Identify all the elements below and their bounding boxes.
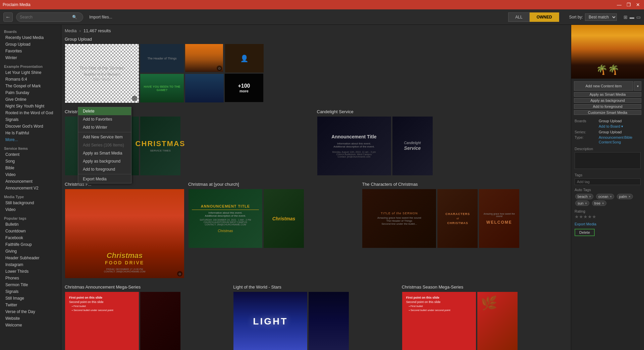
thumb-beach-palm[interactable]: ⊙ [185,44,223,72]
sidebar-tag-giving[interactable]: Giving [0,248,61,255]
sidebar-tag-still-image[interactable]: Still Image [0,295,61,302]
import-button[interactable]: Import files... [87,13,115,21]
add-to-board-link[interactable]: Add to Board ▾ [599,124,623,129]
slider-icon[interactable]: ▬ [630,14,634,20]
context-smart-media[interactable]: Apply as Smart Media [78,149,131,157]
sidebar-item-winter[interactable]: Winter [0,54,61,61]
thumb-church-christmas[interactable]: Christmas [263,189,304,248]
context-new-service[interactable]: Add New Service Item [78,133,131,141]
thumb-sermon-checker[interactable]: The Title of the Sermon Subtitle of the … [65,44,139,102]
close-button[interactable]: ✕ [635,2,641,7]
type-bible[interactable]: Bible [624,135,632,139]
add-content-arrow[interactable]: ▾ [634,81,641,91]
sidebar-item-favorites[interactable]: Favorites [0,48,61,54]
search-input[interactable] [20,15,70,19]
sidebar-tag-header[interactable]: Header Subheader [0,255,61,261]
export-link[interactable]: Export Media [571,221,644,227]
sidebar-item-song[interactable]: Song [0,158,61,165]
sidebar-tag-lower-thirds[interactable]: Lower Thirds [0,268,61,275]
thumb-christmas-star[interactable]: CHRISTMAS SERVICE TIMES [140,116,180,175]
context-add-winter[interactable]: Add to Winter [78,123,131,131]
thumb-season-red[interactable]: 🌿 [477,292,517,350]
thumb-characters-main[interactable]: TITLE of the SERMON Amazing grace how sw… [362,189,436,248]
thumb-mega-red[interactable]: First point on this slide Second point o… [65,292,139,350]
tab-all[interactable]: ALL [508,12,529,22]
sidebar-item-video[interactable]: Video [0,171,61,178]
sidebar-tag-countdown[interactable]: Countdown [0,228,61,234]
thumb-light-stars[interactable] [308,292,348,350]
sidebar-item-light-shine[interactable]: Let Your Light Shine [0,69,61,76]
remove-palm[interactable]: × [628,194,630,199]
foreground-button[interactable]: Add to foreground [574,104,641,109]
sidebar-tag-signals[interactable]: Signals [0,288,61,295]
sidebar-item-announcement-v2[interactable]: Announcement V2 [0,185,61,191]
type-content[interactable]: Content [599,140,612,144]
sort-select[interactable]: Best match [585,13,617,21]
sidebar-tag-twitter[interactable]: Twitter [0,302,61,308]
thumb-person[interactable]: 👤 [225,44,263,72]
remove-tree[interactable]: × [602,201,604,205]
sidebar-tag-verse[interactable]: Verse of the Day [0,308,61,315]
type-announcement[interactable]: Announcement [599,135,624,139]
smart-media-button[interactable]: Apply as Smart Media [574,92,641,97]
context-delete[interactable]: Delete [78,107,131,115]
sidebar-tag-welcome[interactable]: Welcome [0,322,61,329]
sidebar-item-recently-used[interactable]: Recently Used Media [0,34,61,41]
thumb-water[interactable] [185,74,223,102]
sidebar-item-gospel-mark[interactable]: The Gospel of Mark [0,83,61,89]
type-song[interactable]: Song [612,140,621,144]
sidebar-item-announcement[interactable]: Announcement [0,178,61,185]
background-button[interactable]: Apply as background [574,98,641,103]
remove-sun[interactable]: × [585,201,587,205]
sidebar-item-discover[interactable]: Discover God's Word [0,123,61,130]
thumb-header-things[interactable]: The Header of Things [140,44,183,72]
sidebar-item-signals[interactable]: Signals [0,116,61,123]
customize-button[interactable]: Customize Smart Media [574,110,641,115]
context-background[interactable]: Apply as background [78,157,131,165]
context-add-favorites[interactable]: Add to Favorites [78,115,131,123]
sidebar-item-palm-sunday[interactable]: Palm Sunday [0,89,61,96]
context-foreground[interactable]: Add to foreground [78,165,131,173]
sidebar-item-more[interactable]: More... [0,136,61,143]
add-content-button[interactable]: Add new Content item [574,81,633,91]
remove-beach[interactable]: × [589,194,591,199]
thumb-mega-dark[interactable] [140,292,180,350]
remove-ocean[interactable]: × [610,194,612,199]
list-view-icon[interactable]: ▭ [636,14,641,20]
thumb-food-drive[interactable]: Christmas FOOD DRIVE FRIDAY, DECEMBER 17… [65,189,184,278]
tag-input[interactable] [575,178,641,185]
sidebar-item-faithful[interactable]: He Is Faithful [0,130,61,136]
sidebar-tag-sermon[interactable]: Sermon Title [0,281,61,288]
sidebar-item-rooted[interactable]: Rooted in the Word of God [0,110,61,116]
thumb-more[interactable]: +100 more [225,74,263,102]
thumb-characters-logo[interactable]: CHARACTERS of CHRISTMAS [437,189,477,248]
sidebar-item-romans[interactable]: Romans 6:4 [0,76,61,83]
sidebar-tag-facebook[interactable]: Facebook [0,234,61,241]
back-button[interactable]: ← [3,12,13,22]
sidebar-tag-website[interactable]: Website [0,315,61,322]
sidebar-item-still-bg[interactable]: Still background [0,200,61,206]
sidebar-item-video-type[interactable]: Video [0,206,61,213]
thumb-characters-welcome[interactable]: Amazing grace how sweet the sound WELCOM… [479,189,519,248]
thumb-church-announce[interactable]: ANNOUNCEMENT TITLE Information about thi… [188,189,262,248]
sidebar-tag-phones[interactable]: Phones [0,275,61,281]
thumb-candle-logo[interactable]: CandlelightService [392,116,432,175]
thumb-season-text[interactable]: First point on this slide Second point o… [402,292,476,350]
sidebar-item-group-upload[interactable]: Group Upload [0,41,61,48]
star-rating[interactable]: ★★★★★ [575,214,641,219]
sidebar-tag-bulletin[interactable]: Bulletin [0,221,61,228]
sidebar-item-bible[interactable]: Bible [0,165,61,171]
context-export[interactable]: Export Media [78,175,131,183]
thumb-game[interactable]: HAVE YOU BEEN TO THE GAME? [140,74,183,102]
description-box[interactable] [575,152,641,169]
grid-view-icon[interactable]: ⊞ [624,14,628,20]
delete-button-bottom[interactable]: Delete [575,229,595,236]
minimize-button[interactable]: — [616,2,623,7]
maximize-button[interactable]: ❐ [625,2,632,7]
tab-owned[interactable]: OWNED [530,12,559,22]
sidebar-tag-faithlife[interactable]: Faithlife Group [0,241,61,248]
sidebar-item-give-online[interactable]: Give Online [0,96,61,103]
sidebar-item-content[interactable]: Content [0,151,61,158]
sidebar-tag-instagram[interactable]: Instagram [0,261,61,268]
thumb-light-main[interactable]: LIGHT [233,292,307,350]
